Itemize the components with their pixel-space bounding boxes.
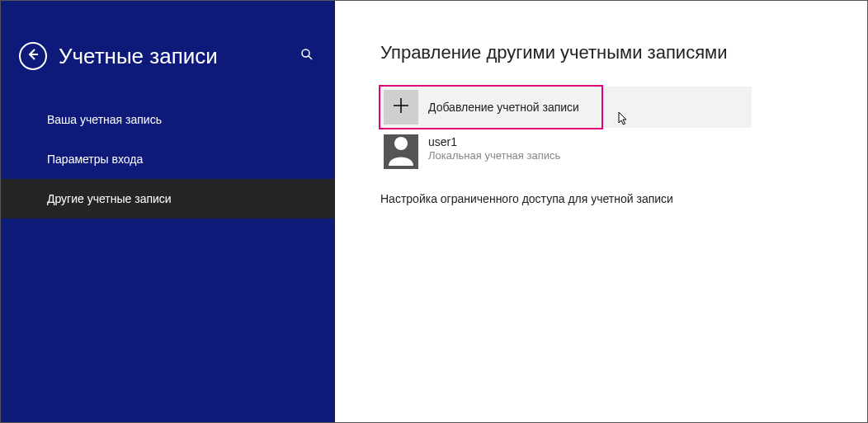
main-panel: Управление другими учетными записями Доб… — [335, 1, 867, 422]
restricted-access-link[interactable]: Настройка ограниченного доступа для учет… — [380, 192, 834, 205]
sidebar: Учетные записи Ваша учетная запись Парам… — [1, 1, 335, 422]
arrow-left-icon — [26, 48, 40, 64]
account-info: user1 Локальная учетная запись — [428, 134, 560, 163]
account-name: user1 — [428, 134, 560, 149]
svg-point-5 — [394, 137, 408, 150]
sidebar-item-signin-options[interactable]: Параметры входа — [1, 139, 335, 179]
sidebar-nav: Ваша учетная запись Параметры входа Друг… — [1, 100, 335, 219]
account-type: Локальная учетная запись — [428, 149, 560, 163]
account-row[interactable]: user1 Локальная учетная запись — [384, 134, 834, 169]
plus-icon — [393, 97, 409, 117]
person-icon — [384, 134, 418, 169]
add-account-button[interactable]: Добавление учетной записи — [380, 87, 752, 128]
sidebar-item-other-accounts[interactable]: Другие учетные записи — [1, 179, 335, 219]
sidebar-item-label: Другие учетные записи — [47, 192, 172, 205]
page-title: Учетные записи — [59, 44, 297, 69]
svg-point-1 — [302, 49, 309, 57]
main-title: Управление другими учетными записями — [380, 42, 834, 63]
sidebar-item-your-account[interactable]: Ваша учетная запись — [1, 100, 335, 139]
back-button[interactable] — [19, 42, 47, 70]
search-button[interactable] — [297, 46, 317, 66]
plus-icon-box — [384, 90, 418, 125]
sidebar-item-label: Ваша учетная запись — [47, 113, 162, 126]
svg-line-2 — [309, 56, 312, 59]
sidebar-header: Учетные записи — [1, 1, 335, 95]
add-account-label: Добавление учетной записи — [428, 101, 579, 114]
search-icon — [300, 48, 314, 64]
sidebar-item-label: Параметры входа — [47, 153, 143, 166]
avatar — [384, 134, 418, 169]
cursor-icon — [618, 111, 630, 129]
